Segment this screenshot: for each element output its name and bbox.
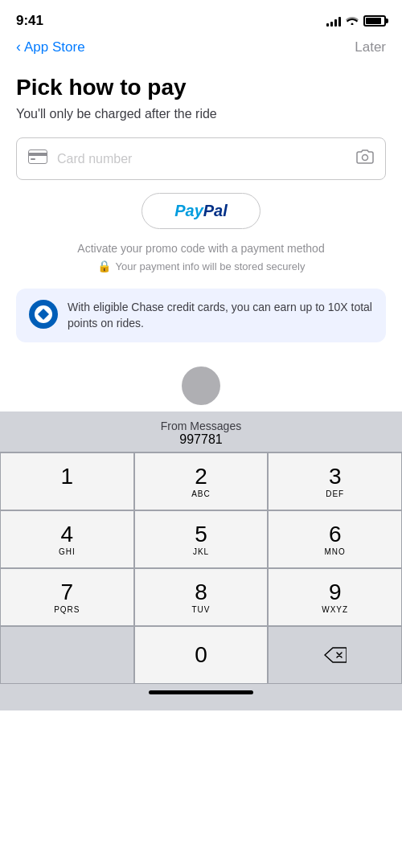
key-9[interactable]: 9 WXYZ — [268, 568, 402, 626]
lock-icon: 🔒 — [97, 260, 111, 272]
key-4-number: 4 — [61, 523, 74, 546]
key-5-letters: JKL — [193, 547, 209, 556]
page-title: Pick how to pay — [16, 75, 386, 100]
messages-label: From Messages — [0, 420, 402, 432]
key-0-number: 0 — [195, 644, 207, 666]
back-label: App Store — [24, 39, 85, 55]
drag-area — [0, 342, 402, 411]
back-button[interactable]: ‹ App Store — [16, 39, 85, 55]
key-6[interactable]: 6 MNO — [268, 510, 402, 568]
key-4[interactable]: 4 GHI — [0, 510, 134, 568]
status-icons — [326, 15, 386, 27]
main-content: Pick how to pay You'll only be charged a… — [0, 62, 402, 342]
keyboard-row-2: 4 GHI 5 JKL 6 MNO — [0, 510, 402, 568]
svg-rect-0 — [29, 150, 47, 164]
paypal-button[interactable]: PayPal — [142, 193, 260, 229]
paypal-pay: Pay — [174, 202, 203, 219]
chase-banner: With eligible Chase credit cards, you ca… — [16, 289, 386, 342]
security-text: Your payment info will be stored securel… — [116, 260, 306, 272]
promo-text: Activate your promo code with a payment … — [16, 242, 386, 255]
key-6-number: 6 — [329, 523, 342, 546]
drag-handle[interactable] — [182, 366, 220, 405]
chase-text: With eligible Chase credit cards, you ca… — [68, 300, 373, 331]
key-4-letters: GHI — [59, 547, 76, 556]
later-button[interactable]: Later — [355, 39, 386, 55]
key-3[interactable]: 3 DEF — [268, 452, 402, 510]
key-6-letters: MNO — [324, 547, 345, 556]
key-2-letters: ABC — [191, 489, 211, 498]
signal-icon — [326, 15, 341, 27]
key-7-letters: PQRS — [54, 605, 80, 614]
key-5[interactable]: 5 JKL — [134, 510, 269, 568]
back-chevron-icon: ‹ — [16, 39, 21, 55]
key-3-letters: DEF — [326, 489, 344, 498]
key-9-letters: WXYZ — [322, 605, 348, 614]
svg-point-3 — [363, 155, 368, 161]
delete-icon — [324, 647, 347, 663]
keyboard-area: From Messages 997781 1 2 ABC 3 DEF 4 GHI… — [0, 411, 402, 684]
security-row: 🔒 Your payment info will be stored secur… — [16, 260, 386, 272]
key-8-number: 8 — [195, 581, 207, 604]
key-empty — [0, 626, 134, 684]
key-1[interactable]: 1 — [0, 452, 134, 510]
keyboard-row-4: 0 — [0, 626, 402, 684]
key-9-number: 9 — [329, 581, 342, 604]
keyboard-row-3: 7 PQRS 8 TUV 9 WXYZ — [0, 568, 402, 626]
key-0[interactable]: 0 — [134, 626, 269, 684]
nav-bar: ‹ App Store Later — [0, 35, 402, 62]
paypal-container: PayPal — [16, 193, 386, 229]
key-8-letters: TUV — [191, 605, 210, 614]
svg-rect-2 — [31, 158, 35, 160]
key-2-number: 2 — [195, 465, 207, 488]
key-7[interactable]: 7 PQRS — [0, 568, 134, 626]
status-bar: 9:41 — [0, 0, 402, 35]
camera-icon[interactable] — [356, 149, 374, 168]
key-5-number: 5 — [195, 523, 207, 546]
key-2[interactable]: 2 ABC — [134, 452, 269, 510]
card-icon — [28, 149, 47, 168]
key-1-letters — [65, 489, 68, 498]
status-time: 9:41 — [16, 13, 43, 29]
card-number-input[interactable]: Card number — [57, 152, 356, 166]
messages-code: 997781 — [0, 432, 402, 447]
key-7-number: 7 — [61, 581, 74, 604]
wifi-icon — [346, 15, 359, 27]
page-subtitle: You'll only be charged after the ride — [16, 107, 386, 121]
paypal-pal: Pal — [203, 202, 228, 219]
battery-icon — [363, 15, 386, 27]
key-1-number: 1 — [61, 465, 74, 488]
svg-rect-1 — [28, 153, 47, 156]
messages-suggestion[interactable]: From Messages 997781 — [0, 411, 402, 452]
key-3-number: 3 — [329, 465, 342, 488]
card-input-container[interactable]: Card number — [16, 137, 386, 180]
key-8[interactable]: 8 TUV — [134, 568, 269, 626]
chase-logo-inner — [35, 305, 52, 323]
paypal-text: PayPal — [174, 202, 228, 220]
home-bar — [149, 690, 253, 694]
keyboard-row-1: 1 2 ABC 3 DEF — [0, 452, 402, 510]
home-indicator — [0, 684, 402, 710]
chase-logo — [29, 300, 58, 329]
key-delete[interactable] — [268, 626, 402, 684]
